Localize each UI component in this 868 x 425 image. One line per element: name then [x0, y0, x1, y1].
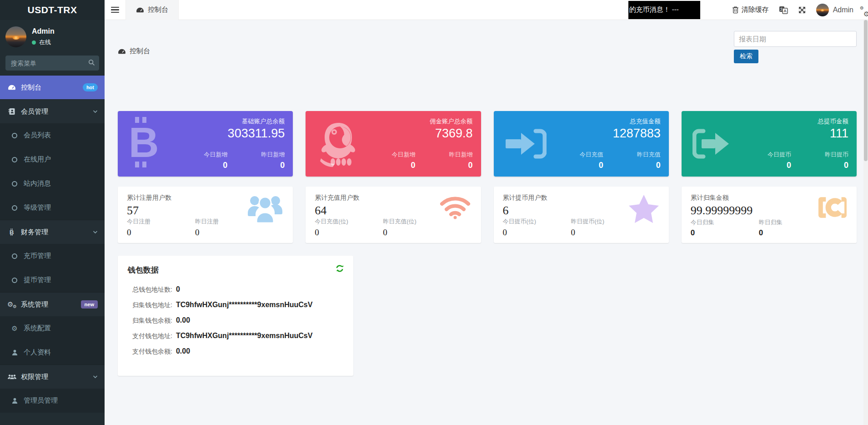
summary-card-collection-amount: 累计归集金额 99.99999999 今日归集0 昨日归集0	[682, 187, 857, 243]
chevron-down-icon	[93, 230, 98, 234]
scrollbar[interactable]	[863, 20, 868, 425]
avatar	[5, 26, 26, 47]
avatar	[816, 4, 829, 16]
language-icon[interactable]: 文A	[779, 6, 788, 14]
fullscreen-icon[interactable]	[798, 6, 806, 14]
sidebar-item-label: 控制台	[21, 83, 41, 92]
wifi-icon	[439, 195, 471, 219]
refresh-icon[interactable]	[335, 264, 344, 273]
sidebar-item-label: 提币管理	[24, 276, 51, 284]
sidebar-item-label: 站内消息	[24, 179, 51, 188]
search-icon	[88, 59, 95, 66]
topbar-user-label: Admin	[833, 6, 853, 14]
tab-dashboard[interactable]: 控制台	[125, 0, 179, 20]
bracket-c-icon	[818, 195, 847, 220]
sidebar-item-system[interactable]: ⚙⚙ 系统管理 new	[0, 292, 105, 316]
wallet-row: 总钱包地址数: 0	[128, 285, 343, 294]
sidebar-menu: 控制台 hot 会员管理 会员列表 在线用户	[0, 75, 105, 413]
wallet-row: 归集钱包地址: TC9hfwHXGunj**********9xemsnHuuC…	[128, 301, 343, 309]
notice-marquee: 的充币消息！ ---	[628, 1, 700, 19]
sidebar-item-members[interactable]: 会员管理	[0, 99, 105, 123]
sidebar-search	[5, 56, 99, 71]
qq-icon	[316, 120, 360, 167]
content-area: 控制台 检索 基础账户总余额 303311.95 今日新增0	[105, 20, 868, 425]
gauge-icon	[7, 84, 17, 91]
clear-cache-label: 清除缓存	[742, 5, 769, 14]
sidebar-item-withdraw-management[interactable]: 提币管理	[0, 268, 105, 292]
user-menu[interactable]: Admin	[816, 4, 853, 16]
hot-badge: hot	[83, 83, 98, 91]
chevron-down-icon	[93, 375, 98, 379]
new-badge: new	[81, 300, 98, 309]
sidebar-item-label: 会员列表	[24, 131, 51, 140]
tab-label: 控制台	[148, 5, 168, 14]
gauge-icon	[118, 48, 126, 55]
stat-card-base-balance: 基础账户总余额 303311.95 今日新增0 昨日新增0	[118, 111, 293, 177]
sidebar-item-admin-management[interactable]: 管理员管理	[0, 389, 105, 413]
sidebar-item-label: 系统配置	[24, 324, 51, 333]
sidebar-item-label: 等级管理	[24, 203, 51, 212]
sidebar-item-label: 管理员管理	[24, 396, 58, 405]
circle-icon	[10, 205, 20, 211]
user-panel: Admin 在线	[0, 20, 105, 53]
sidebar: USDT-TRX Admin 在线 控制台	[0, 0, 105, 425]
sidebar-item-label: 系统管理	[21, 300, 48, 309]
sidebar-item-permissions[interactable]: 权限管理	[0, 364, 105, 389]
user-status-label: 在线	[39, 38, 51, 46]
topbar: 控制台 的充币消息！ --- 清除缓存 文A	[105, 0, 868, 20]
star-icon	[629, 195, 659, 223]
svg-text:A: A	[783, 9, 787, 13]
sign-out-icon	[692, 127, 734, 160]
sidebar-toggle-button[interactable]	[105, 0, 125, 20]
trash-icon	[732, 6, 739, 14]
sign-in-icon	[505, 127, 547, 160]
wallet-card: 钱包数据 总钱包地址数: 0 归集钱包地址:	[118, 256, 353, 376]
gauge-icon	[136, 7, 144, 13]
sidebar-item-profile[interactable]: 个人资料	[0, 340, 105, 364]
sidebar-item-finance[interactable]: B 财务管理	[0, 220, 105, 244]
sidebar-item-site-messages[interactable]: 站内消息	[0, 172, 105, 196]
sidebar-item-online-users[interactable]: 在线用户	[0, 147, 105, 172]
user-icon	[10, 398, 20, 404]
cogs-icon: ⚙⚙	[7, 300, 17, 309]
summary-card-withdraw-users: 累计提币用户数 6 今日提币(位)0 昨日提币(位)0	[494, 187, 669, 243]
clear-cache-button[interactable]: 清除缓存	[732, 5, 769, 14]
sidebar-item-member-list[interactable]: 会员列表	[0, 123, 105, 147]
summary-card-registered-users: 累计注册用户数 57 今日注册0 昨日注册0	[118, 187, 293, 243]
stat-card-commission-balance: 佣金账户总余额 7369.8 今日新增0 昨日新增0	[306, 111, 481, 177]
user-icon	[10, 349, 20, 356]
sidebar-item-label: 权限管理	[21, 373, 48, 381]
users-icon	[247, 195, 283, 223]
summary-card-deposit-users: 累计充值用户数 64 今日充值(位)0 昨日充值(位)0	[306, 187, 481, 243]
user-name: Admin	[32, 27, 55, 35]
bitcoin-icon: B	[7, 228, 17, 236]
report-date-input[interactable]	[734, 31, 857, 47]
sidebar-item-label: 在线用户	[24, 155, 51, 164]
bitcoin-icon	[129, 119, 161, 169]
app-title: USDT-TRX	[0, 0, 105, 20]
stat-card-total-withdraw: 总提币金额 111 今日提币0 昨日提币0	[682, 111, 857, 177]
stat-card-total-deposit: 总充值金额 1287883 今日充值0 昨日充值0	[494, 111, 669, 177]
gear-icon: ⚙	[10, 325, 20, 332]
menu-search-input[interactable]	[5, 56, 99, 71]
search-button[interactable]: 检索	[734, 50, 758, 63]
sidebar-item-label: 财务管理	[21, 228, 48, 237]
sidebar-item-level-management[interactable]: 等级管理	[0, 196, 105, 220]
sidebar-item-label: 会员管理	[21, 107, 48, 116]
app-root: USDT-TRX Admin 在线 控制台	[0, 0, 868, 425]
users-icon	[7, 374, 17, 380]
address-book-icon	[7, 108, 17, 115]
circle-icon	[10, 181, 20, 187]
circle-icon	[10, 157, 20, 162]
sidebar-item-label: 充币管理	[24, 252, 51, 260]
scrollbar-thumb[interactable]	[864, 20, 868, 161]
report-filter: 检索	[734, 31, 857, 63]
sidebar-item-system-config[interactable]: ⚙ 系统配置	[0, 316, 105, 340]
breadcrumb: 控制台	[118, 39, 150, 63]
wallet-row: 归集钱包余额: 0.00	[128, 316, 343, 325]
wallet-title: 钱包数据	[128, 265, 343, 275]
online-status-dot	[32, 40, 36, 45]
sidebar-item-dashboard[interactable]: 控制台 hot	[0, 75, 105, 99]
sidebar-item-deposit-management[interactable]: 充币管理	[0, 244, 105, 268]
sidebar-item-label: 个人资料	[24, 348, 51, 357]
